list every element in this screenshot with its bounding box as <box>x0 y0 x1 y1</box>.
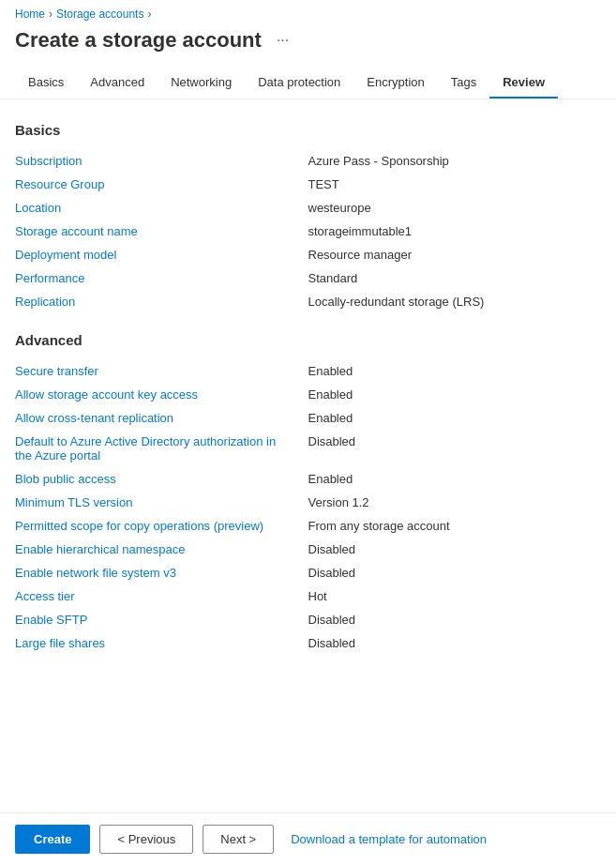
basics-location-label[interactable]: Location <box>15 196 308 220</box>
create-button[interactable]: Create <box>15 825 90 854</box>
adv-securetransfer-value: Enabled <box>308 359 602 383</box>
tab-data-protection[interactable]: Data protection <box>245 68 353 99</box>
adv-hns-value: Disabled <box>308 538 602 561</box>
tabs-bar: Basics Advanced Networking Data protecti… <box>0 68 616 99</box>
adv-sftp-label[interactable]: Enable SFTP <box>15 608 308 631</box>
table-row: Allow storage account key access Enabled <box>15 383 601 406</box>
next-button[interactable]: Next > <box>203 825 274 854</box>
adv-accesstier-value: Hot <box>308 584 602 608</box>
table-row: Permitted scope for copy operations (pre… <box>15 514 601 538</box>
table-row: Default to Azure Active Directory author… <box>15 430 601 467</box>
table-row: Allow cross-tenant replication Enabled <box>15 406 601 430</box>
table-row: Enable hierarchical namespace Disabled <box>15 538 601 561</box>
adv-keyaccess-value: Enabled <box>308 383 602 406</box>
tab-basics[interactable]: Basics <box>15 68 77 99</box>
adv-nfsv3-label[interactable]: Enable network file system v3 <box>15 561 308 584</box>
ellipsis-button[interactable]: ··· <box>271 30 294 51</box>
adv-blobpublic-label[interactable]: Blob public access <box>15 467 308 491</box>
table-row: Deployment model Resource manager <box>15 243 601 266</box>
adv-crossreplication-value: Enabled <box>308 406 602 430</box>
basics-resourcegroup-label[interactable]: Resource Group <box>15 173 308 196</box>
tab-advanced[interactable]: Advanced <box>77 68 158 99</box>
table-row: Minimum TLS version Version 1.2 <box>15 491 601 514</box>
basics-location-value: westeurope <box>308 196 602 220</box>
page-title: Create a storage account <box>15 28 262 53</box>
adv-crossreplication-label[interactable]: Allow cross-tenant replication <box>15 406 308 430</box>
adv-accesstier-label[interactable]: Access tier <box>15 584 308 608</box>
adv-hns-label[interactable]: Enable hierarchical namespace <box>15 538 308 561</box>
advanced-section-title: Advanced <box>15 332 601 348</box>
adv-nfsv3-value: Disabled <box>308 561 602 584</box>
footer: Create < Previous Next > Download a temp… <box>0 812 616 865</box>
breadcrumb-home[interactable]: Home <box>15 8 45 21</box>
basics-subscription-value: Azure Pass - Sponsorship <box>308 149 602 173</box>
basics-deployment-label[interactable]: Deployment model <box>15 243 308 266</box>
adv-largefile-label[interactable]: Large file shares <box>15 631 308 655</box>
tab-encryption[interactable]: Encryption <box>353 68 437 99</box>
advanced-section: Advanced Secure transfer Enabled Allow s… <box>15 332 601 655</box>
tab-tags[interactable]: Tags <box>438 68 489 99</box>
table-row: Secure transfer Enabled <box>15 359 601 383</box>
adv-copyops-label[interactable]: Permitted scope for copy operations (pre… <box>15 514 308 538</box>
basics-replication-value: Locally-redundant storage (LRS) <box>308 290 602 313</box>
adv-aad-label[interactable]: Default to Azure Active Directory author… <box>15 430 308 467</box>
table-row: Blob public access Enabled <box>15 467 601 491</box>
table-row: Subscription Azure Pass - Sponsorship <box>15 149 601 173</box>
basics-performance-value: Standard <box>308 266 602 290</box>
advanced-table: Secure transfer Enabled Allow storage ac… <box>15 359 601 655</box>
content-area: Basics Subscription Azure Pass - Sponsor… <box>0 99 616 749</box>
table-row: Performance Standard <box>15 266 601 290</box>
table-row: Large file shares Disabled <box>15 631 601 655</box>
basics-deployment-value: Resource manager <box>308 243 602 266</box>
breadcrumb-sep1: › <box>49 8 53 21</box>
adv-copyops-value: From any storage account <box>308 514 602 538</box>
basics-replication-label[interactable]: Replication <box>15 290 308 313</box>
basics-resourcegroup-value: TEST <box>308 173 602 196</box>
table-row: Resource Group TEST <box>15 173 601 196</box>
table-row: Access tier Hot <box>15 584 601 608</box>
table-row: Enable SFTP Disabled <box>15 608 601 631</box>
basics-performance-label[interactable]: Performance <box>15 266 308 290</box>
adv-securetransfer-label[interactable]: Secure transfer <box>15 359 308 383</box>
previous-button[interactable]: < Previous <box>99 825 193 854</box>
basics-accountname-label[interactable]: Storage account name <box>15 220 308 243</box>
breadcrumb: Home › Storage accounts › <box>0 0 616 24</box>
adv-aad-value: Disabled <box>308 430 602 467</box>
adv-sftp-value: Disabled <box>308 608 602 631</box>
adv-largefile-value: Disabled <box>308 631 602 655</box>
download-template-link[interactable]: Download a template for automation <box>291 832 487 846</box>
adv-mintls-label[interactable]: Minimum TLS version <box>15 491 308 514</box>
table-row: Enable network file system v3 Disabled <box>15 561 601 584</box>
table-row: Location westeurope <box>15 196 601 220</box>
tab-networking[interactable]: Networking <box>158 68 245 99</box>
table-row: Replication Locally-redundant storage (L… <box>15 290 601 313</box>
basics-subscription-label[interactable]: Subscription <box>15 149 308 173</box>
tab-review[interactable]: Review <box>489 68 558 99</box>
adv-mintls-value: Version 1.2 <box>308 491 602 514</box>
table-row: Storage account name storageimmutable1 <box>15 220 601 243</box>
page-title-row: Create a storage account ··· <box>0 24 616 68</box>
basics-section-title: Basics <box>15 122 601 138</box>
breadcrumb-sep2: › <box>147 8 151 21</box>
breadcrumb-storage[interactable]: Storage accounts <box>56 8 143 21</box>
basics-accountname-value: storageimmutable1 <box>308 220 602 243</box>
basics-section: Basics Subscription Azure Pass - Sponsor… <box>15 122 601 313</box>
basics-table: Subscription Azure Pass - Sponsorship Re… <box>15 149 601 313</box>
adv-blobpublic-value: Enabled <box>308 467 602 491</box>
adv-keyaccess-label[interactable]: Allow storage account key access <box>15 383 308 406</box>
